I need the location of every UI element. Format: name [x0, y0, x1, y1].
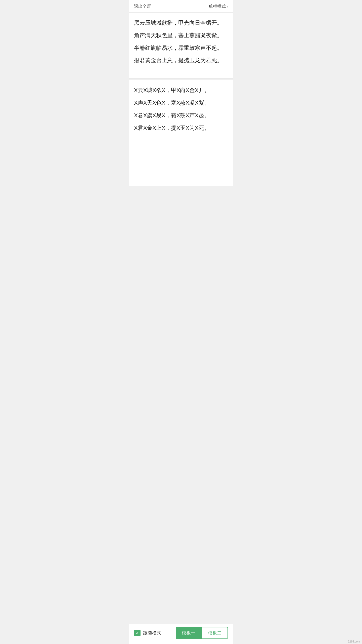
poem-line-4: 报君黄金台上意，提携玉龙为君死。 [134, 55, 228, 66]
poem-content: 黑云压城城欲摧，甲光向日金鳞开。 角声满天秋色里，塞上燕脂凝夜紫。 半卷红旗临易… [129, 13, 233, 78]
top-panel: 退出全屏 单框模式 › 黑云压城城欲摧，甲光向日金鳞开。 角声满天秋色里，塞上燕… [129, 0, 233, 78]
masked-line-3: X卷X旗X易X，霜X鼓X声X起。 [134, 110, 228, 121]
top-bar: 退出全屏 单框模式 › [129, 0, 233, 13]
single-frame-mode-button[interactable]: 单框模式 › [209, 4, 228, 9]
single-frame-mode-label: 单框模式 [209, 4, 226, 9]
poem-line-1: 黑云压城城欲摧，甲光向日金鳞开。 [134, 18, 228, 28]
masked-line-4: X君X金X上X，提X玉X为X死。 [134, 123, 228, 133]
masked-line-1: X云X城X欲X，甲X向X金X开。 [134, 85, 228, 96]
poem-line-2: 角声满天秋色里，塞上燕脂凝夜紫。 [134, 30, 228, 41]
masked-line-2: X声X天X色X，塞X燕X凝X紫。 [134, 98, 228, 108]
chevron-right-icon: › [227, 5, 228, 9]
bottom-panel: X云X城X欲X，甲X向X金X开。 X声X天X色X，塞X燕X凝X紫。 X卷X旗X易… [129, 80, 233, 186]
exit-fullscreen-button[interactable]: 退出全屏 [134, 4, 151, 9]
poem-line-3: 半卷红旗临易水，霜重鼓寒声不起。 [134, 43, 228, 53]
